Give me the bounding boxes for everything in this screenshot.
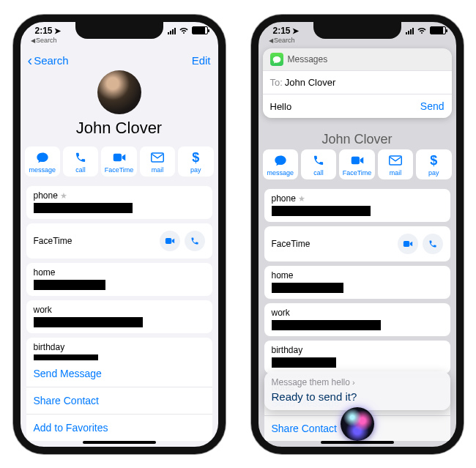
field-birthday[interactable]: birthday <box>264 341 450 374</box>
compose-to-row[interactable]: To:John Clover <box>263 71 452 94</box>
link-send-message[interactable]: Send Message <box>26 360 212 387</box>
action-call[interactable]: call <box>63 146 98 177</box>
field-work[interactable]: work <box>264 303 450 336</box>
field-facetime: FaceTime <box>264 226 450 261</box>
screen: 2:15➤ Search John Clover message call Fa… <box>259 22 456 447</box>
pay-icon: $ <box>430 154 437 167</box>
svg-rect-0 <box>113 154 121 162</box>
mail-icon <box>389 154 402 167</box>
pay-icon: $ <box>192 151 199 164</box>
action-mail[interactable]: mail <box>378 149 413 179</box>
redacted-value <box>34 203 133 213</box>
redacted-value <box>34 317 144 327</box>
message-icon <box>274 154 287 167</box>
field-phone[interactable]: phone★ <box>26 186 212 219</box>
siri-response-card[interactable]: Message them hello› Ready to send it? <box>264 371 450 410</box>
compose-body-row: Hello Send <box>263 94 452 118</box>
action-row: message call FaceTime mail $ pay <box>25 146 214 177</box>
svg-rect-2 <box>165 238 171 244</box>
screen: 2:15➤ Search ‹Search Edit John Clover me… <box>21 22 218 447</box>
action-facetime[interactable]: FaceTime <box>339 149 374 179</box>
back-button[interactable]: ‹Search <box>28 53 69 67</box>
redacted-value <box>272 320 382 330</box>
battery-icon <box>192 26 208 34</box>
field-home[interactable]: home <box>26 263 212 296</box>
status-time: 2:15➤ <box>273 26 299 36</box>
action-message[interactable]: message <box>263 149 298 179</box>
video-icon <box>351 154 364 167</box>
action-row: message call FaceTime mail $pay <box>263 149 452 179</box>
svg-rect-3 <box>351 157 359 165</box>
phone-left: 2:15➤ Search ‹Search Edit John Clover me… <box>13 15 226 454</box>
chevron-right-icon: › <box>352 378 355 387</box>
message-icon <box>36 151 49 164</box>
phone-icon <box>75 151 86 164</box>
star-icon: ★ <box>298 194 305 204</box>
notch <box>75 21 163 39</box>
video-icon <box>113 151 126 164</box>
home-indicator[interactable] <box>321 441 394 444</box>
home-indicator[interactable] <box>83 441 156 444</box>
notch <box>313 21 401 39</box>
action-pay[interactable]: $ pay <box>178 146 213 177</box>
bottom-links: Send Message Share Contact Add to Favori… <box>26 360 212 441</box>
status-right <box>406 26 446 34</box>
send-button[interactable]: Send <box>420 100 445 112</box>
chevron-left-icon: ‹ <box>28 53 33 67</box>
phone-right: 2:15➤ Search John Clover message call Fa… <box>251 15 464 454</box>
svg-rect-5 <box>403 241 409 247</box>
wifi-icon <box>417 27 427 34</box>
status-back-to-app[interactable]: Search <box>31 37 57 44</box>
status-time: 2:15➤ <box>35 26 61 36</box>
siri-compose-card: Messages To:John Clover Hello Send <box>263 48 452 118</box>
field-work[interactable]: work <box>26 300 212 333</box>
signal-icon <box>168 27 176 34</box>
field-facetime: FaceTime <box>26 223 212 259</box>
contact-name: John Clover <box>21 119 218 138</box>
field-phone[interactable]: phone★ <box>264 189 450 222</box>
contact-header: John Clover <box>21 66 218 146</box>
action-message[interactable]: message <box>25 146 60 177</box>
redacted-value <box>272 357 337 368</box>
siri-prompt: Ready to send it? <box>272 390 443 403</box>
redacted-value <box>34 280 105 290</box>
status-back-to-app[interactable]: Search <box>269 37 295 44</box>
compose-header: Messages <box>263 48 452 70</box>
battery-icon <box>430 26 446 34</box>
messages-app-icon <box>270 53 283 66</box>
link-add-favorites[interactable]: Add to Favorites <box>26 415 212 441</box>
action-mail[interactable]: mail <box>140 146 175 177</box>
avatar[interactable] <box>97 70 141 114</box>
signal-icon <box>406 27 414 34</box>
field-home[interactable]: home <box>264 266 450 299</box>
compose-app-name: Messages <box>288 54 328 64</box>
redacted-value <box>272 206 371 216</box>
location-arrow-icon: ➤ <box>54 26 61 35</box>
action-pay[interactable]: $pay <box>416 149 451 179</box>
action-facetime[interactable]: FaceTime <box>101 146 136 177</box>
wifi-icon <box>179 27 189 34</box>
edit-button[interactable]: Edit <box>192 54 211 67</box>
action-call[interactable]: call <box>301 149 336 179</box>
star-icon: ★ <box>60 191 67 201</box>
facetime-audio-button[interactable] <box>185 231 205 251</box>
compose-body-text[interactable]: Hello <box>270 101 420 112</box>
facetime-video-button[interactable] <box>160 231 180 251</box>
contact-name-blurred: John Clover <box>259 132 456 147</box>
link-share-contact[interactable]: Share Contact <box>26 387 212 415</box>
redacted-value <box>272 283 343 293</box>
status-right <box>168 26 208 34</box>
facetime-audio-button[interactable] <box>423 234 443 254</box>
phone-icon <box>313 154 324 167</box>
facetime-video-button[interactable] <box>398 234 418 254</box>
siri-orb[interactable] <box>341 407 374 441</box>
mail-icon <box>151 151 164 164</box>
location-arrow-icon: ➤ <box>292 26 299 35</box>
siri-utterance: Message them hello› <box>272 377 443 387</box>
fields: phone★ FaceTime home work birthday <box>21 182 218 378</box>
